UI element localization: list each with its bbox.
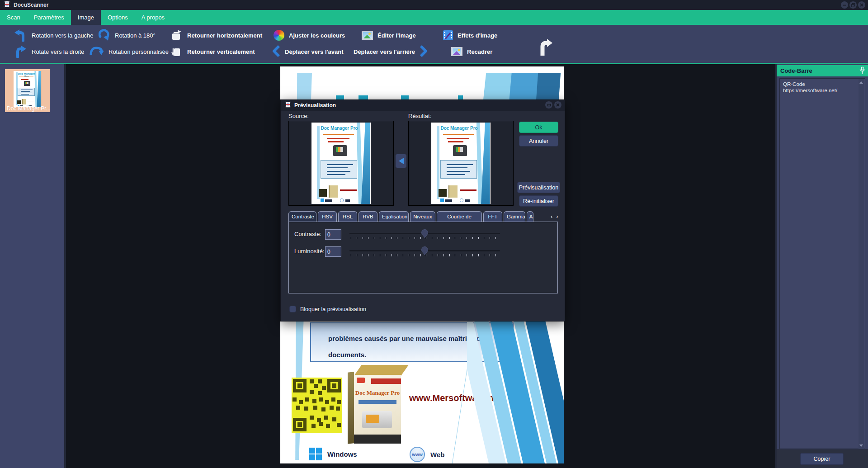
tab-contraste[interactable]: Contraste [288,211,316,222]
tab-scroll-right-icon[interactable]: › [556,213,558,220]
flyer-top-right-shape [536,73,561,101]
windows-logo-icon [309,448,322,460]
tab-fft[interactable]: FFT [483,211,502,222]
contrast-panel: Contraste: Luminosité: [288,222,558,293]
minimize-button[interactable] [841,1,848,9]
window-title: DocuScanner [14,2,48,8]
menu-bar: Scan Paramètres Image Options A propos [0,10,868,25]
flip-horizontal-icon [171,29,183,41]
page-thumbnail[interactable]: Doc Manager Pro Doc Manager Pr... [5,69,50,112]
product-box-title: Doc Manager Pro [354,389,401,397]
flip-horizontal-button[interactable]: Retourner horizontalement [171,28,262,43]
restore-button[interactable] [849,1,857,9]
flip-vertical-label: Retourner verticalement [187,48,255,55]
tab-scroll-left-icon[interactable]: ‹ [551,213,552,220]
barcode-entry-type: QR-Code [783,81,862,87]
reset-button[interactable]: Ré-initialiser [519,195,558,207]
adjustment-tabs: Contraste HSV HSL RVB Egalisation Niveau… [288,211,533,222]
flip-horizontal-label: Retourner horizontalement [187,32,262,39]
list-scrollbar[interactable] [859,79,864,449]
tab-egalisation[interactable]: Egalisation [379,211,409,222]
rotate-left-button[interactable]: Rotation vers la gauche [14,28,94,43]
chevron-right-icon [420,45,428,58]
web-label: Web [430,451,444,459]
flyer-top-right-shape [509,73,539,101]
brightness-label: Luminosité: [294,248,324,255]
menu-item-parametres[interactable]: Paramètres [27,10,71,25]
move-front-button[interactable]: Déplacer vers l'avant [272,44,344,59]
tab-hsl[interactable]: HSL [338,211,357,222]
scroll-down-icon[interactable] [859,444,863,447]
tab-courbe-de-couleur[interactable]: Courbe de couleur [437,211,482,222]
image-effects-icon [443,30,453,40]
rotate-180-label: Rotation à 180° [115,32,156,39]
menu-item-image[interactable]: Image [71,10,101,25]
rotate-left-icon [14,28,27,43]
edit-image-label: Éditer l'image [377,32,416,39]
tab-rvb[interactable]: RVB [359,211,377,222]
brightness-input[interactable] [325,246,341,257]
windows-label: Windows [327,450,357,458]
adjust-colors-button[interactable]: Ajuster les couleurs [274,28,345,43]
flip-vertical-icon [171,46,183,57]
rotate-custom-label: Rotation personnalisée [108,48,169,55]
flyer-bottom-swoosh [467,314,564,463]
barcode-header-label: Code-Barre [780,67,812,74]
image-effects-button[interactable]: Effets d'image [443,28,497,43]
edit-image-button[interactable]: Éditer l'image [362,28,416,43]
tab-niveaux[interactable]: Niveaux [410,211,435,222]
crop-button[interactable]: Recadrer [451,44,492,59]
qr-code-image [292,378,342,433]
thumbnail-label: Doc Manager Pr... [7,105,51,112]
slider-ticks [351,254,500,256]
move-back-button[interactable]: Déplacer vers l'arrière [354,44,428,59]
title-letter-top [336,95,344,99]
rotate-180-button[interactable]: Rotation à 180° [99,28,156,43]
menu-item-options[interactable]: Options [101,10,135,25]
dialog-close-button[interactable] [554,101,561,109]
lock-preview-checkbox[interactable] [289,306,296,312]
pin-icon[interactable] [859,66,865,78]
slider-ticks [351,237,500,239]
adjust-colors-label: Ajuster les couleurs [289,32,345,39]
redo-arrow-button[interactable] [537,40,553,56]
rotate-right-button[interactable]: Rotate vers la droite [14,44,84,59]
swap-preview-button[interactable] [396,154,406,168]
contrast-slider[interactable] [349,229,500,241]
rotate-custom-button[interactable]: Rotation personnalisée [90,44,169,59]
barcode-panel-header: Code-Barre [777,65,868,76]
rotate-left-label: Rotation vers la gauche [32,32,94,39]
dialog-minimize-button[interactable] [545,101,552,109]
tab-hsv[interactable]: HSV [318,211,337,222]
preview-dialog: Prévisualisation Source: Résultat: Doc M… [280,99,565,321]
barcode-panel: Code-Barre QR-Code https://mersoftware.n… [775,64,868,468]
rotate-180-icon [99,28,110,43]
barcode-result-list[interactable]: QR-Code https://mersoftware.net/ [779,78,865,449]
close-button[interactable] [858,1,865,9]
source-flyer-preview: Doc Manager Pro [311,123,371,204]
lock-preview-label: Bloquer la prévisualisation [300,306,366,312]
tab-gamma[interactable]: Gamma [504,211,525,222]
dialog-titlebar[interactable]: Prévisualisation [281,100,565,111]
dialog-title: Prévisualisation [294,102,336,109]
scroll-up-icon[interactable] [859,81,863,84]
ok-button[interactable]: Ok [519,122,558,133]
copy-button[interactable]: Copier [800,453,844,465]
contrast-input[interactable] [325,229,341,240]
result-preview-box: Doc Manager Pro [408,121,514,206]
preview-button[interactable]: Prévisualisation [517,182,560,193]
window-titlebar[interactable]: DocuScanner [0,0,868,10]
result-label: Résultat: [408,113,431,119]
cancel-button[interactable]: Annuler [519,135,558,147]
triangle-left-icon [399,158,404,164]
source-preview-box: Doc Manager Pro [288,121,394,206]
thumbnail-flyer-preview: Doc Manager Pro [14,71,41,107]
flip-vertical-button[interactable]: Retourner verticalement [171,44,255,59]
menu-item-scan[interactable]: Scan [0,10,27,25]
tab-cut-off[interactable]: A [527,211,533,222]
rotate-right-label: Rotate vers la droite [32,48,84,55]
image-effects-label: Effets d'image [458,32,497,39]
menu-item-apropos[interactable]: A propos [135,10,171,25]
flyer-top-right-shape [483,73,514,101]
brightness-slider[interactable] [349,246,500,258]
